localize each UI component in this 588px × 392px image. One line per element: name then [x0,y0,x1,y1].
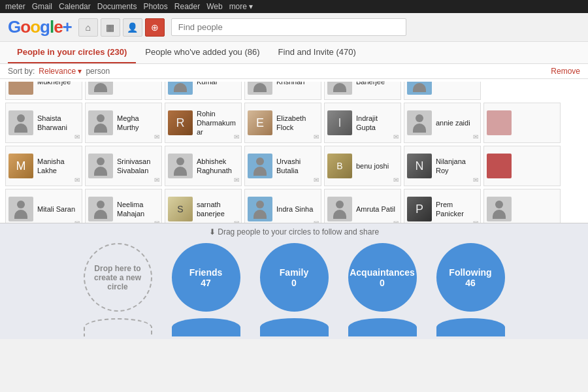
person-indra[interactable]: Indra Sinha ✉ [244,189,321,223]
avatar: S [168,197,193,221]
drag-hint-text: Drag people to your circles to follow an… [0,227,588,237]
message-icon: ✉ [74,220,80,223]
partial-person-2[interactable] [85,82,162,100]
message-icon: ✉ [234,133,239,140]
person-shaista[interactable]: Shaista Bharwani ✉ [5,103,82,143]
nav-meter[interactable]: meter [5,2,25,11]
home-nav-button[interactable]: ⌂ [78,18,98,37]
message-icon: ✉ [314,133,319,140]
message-icon: ✉ [393,176,399,184]
circle-partial-3[interactable] [348,318,417,336]
nav-web[interactable]: Web [206,2,222,11]
person-manisha[interactable]: M Manisha Lakhe ✉ [5,146,82,186]
person-name: Kumar [197,82,218,87]
tab-added-you[interactable]: People who've added you (86) [136,42,269,63]
person-mitali[interactable]: Mitali Saran ✉ [5,189,82,223]
circle-family-count: 0 [291,278,297,288]
person-prem[interactable]: P Prem Panicker ✉ [404,189,481,223]
person-row2-7[interactable] [483,146,561,186]
people-row-3: Mitali Saran ✉ Neelima Mahajan ✉ S sarna… [5,189,583,223]
message-icon: ✉ [74,176,80,184]
tab-find-invite[interactable]: Find and Invite (470) [269,42,365,63]
person-name: Mitali Saran [37,204,75,214]
people-row-1: Shaista Bharwani ✉ Megha Murthy ✉ R Rohi… [5,103,583,143]
new-circle-partial[interactable] [84,318,152,336]
circle-following-count: 46 [465,278,476,288]
partial-person-6[interactable] [404,82,481,100]
photos-nav-button[interactable]: ▦ [101,18,120,37]
circle-friends-count: 47 [201,278,211,288]
friends-circle[interactable]: Friends 47 [172,243,240,312]
following-circle[interactable]: Following 46 [436,243,505,312]
avatar [8,82,33,95]
person-urvashi[interactable]: Urvashi Butalia ✉ [244,146,321,186]
person-indrajit[interactable]: I Indrajit Gupta ✉ [324,103,401,143]
person-srinivasan[interactable]: Srinivasan Sivabalan ✉ [85,146,162,186]
tab-in-circles[interactable]: People in your circles (230) [8,42,136,63]
avatar [407,82,432,95]
nav-photos[interactable]: Photos [143,2,167,11]
person-neelima[interactable]: Neelima Mahajan ✉ [85,189,162,223]
person-name: Urvashi Butalia [276,157,318,176]
person-benu[interactable]: B benu joshi ✉ [324,146,401,186]
nav-calendar[interactable]: Calendar [59,2,91,11]
tabs-bar: People in your circles (230) People who'… [0,42,588,64]
remove-button[interactable]: Remove [551,67,580,76]
avatar [8,197,33,221]
person-name: Indrajit Gupta [356,114,398,133]
profile-nav-button[interactable]: 👤 [123,18,142,37]
circle-partial-1[interactable] [172,318,240,336]
person-name: annie zaidi [436,118,470,127]
nav-reader[interactable]: Reader [174,2,200,11]
person-abhishek[interactable]: Abhishek Raghunath ✉ [165,146,242,186]
circles-row: Drop here to create a new circle Friends… [0,243,588,312]
top-navigation: meter Gmail Calendar Documents Photos Re… [0,0,588,13]
family-circle[interactable]: Family 0 [260,243,329,312]
message-icon: ✉ [74,133,80,140]
circles-nav-button[interactable]: ⊕ [145,18,165,37]
person-name: Megha Murthy [117,114,159,133]
person-megha[interactable]: Megha Murthy ✉ [85,103,162,143]
nav-documents[interactable]: Documents [97,2,137,11]
avatar: I [327,110,352,135]
partial-person-kumar[interactable]: Kumar [165,82,242,100]
circle-partial-2[interactable] [260,318,329,336]
person-amruta[interactable]: Amruta Patil ✉ [324,189,401,223]
search-input[interactable] [171,18,406,36]
avatar [248,82,272,95]
person-rohin[interactable]: R Rohin Dharmakumar ✉ [165,103,242,143]
avatar [88,197,113,221]
person-name: Banerjee [356,82,385,87]
person-name: Neelima Mahajan [117,200,159,219]
person-name: Nilanjana Roy [436,157,478,176]
person-name: Srinivasan Sivabalan [117,157,159,176]
circle-partial-4[interactable] [436,318,505,336]
message-icon: ✉ [234,220,239,223]
sort-by-label: Sort by: [8,67,35,76]
partial-person-mukherjee[interactable]: Mukherjee [5,82,82,100]
avatar [168,82,193,95]
nav-more[interactable]: more ▾ [229,2,253,11]
message-icon: ✉ [154,176,159,184]
person-row1-7[interactable] [483,103,561,143]
person-name: Krishnan [276,82,304,87]
avatar [327,82,352,95]
nav-icons: ⌂ ▦ 👤 ⊕ [78,18,165,37]
person-nilanjana[interactable]: N Nilanjana Roy ✉ [404,146,481,186]
person-row3-7[interactable] [483,189,561,223]
sort-sub-label: person [86,67,110,76]
acquaintances-circle[interactable]: Acquaintances 0 [348,243,417,312]
circles-row-2-partial [0,312,588,336]
sort-relevance-dropdown[interactable]: Relevance ▾ [39,67,82,76]
person-sarnath[interactable]: S sarnath banerjee ✉ [165,189,242,223]
person-elizabeth[interactable]: E Elizabeth Flock ✉ [244,103,321,143]
partial-person-banerjee[interactable]: Banerjee [324,82,401,100]
nav-gmail[interactable]: Gmail [32,2,52,11]
avatar [487,154,512,178]
person-name: Indra Sinha [276,204,313,214]
person-annie[interactable]: annie zaidi ✉ [404,103,481,143]
message-icon: ✉ [473,133,478,140]
create-new-circle[interactable]: Drop here to create a new circle [84,243,152,312]
avatar: P [407,197,432,221]
partial-person-krishnan[interactable]: Krishnan [244,82,321,100]
